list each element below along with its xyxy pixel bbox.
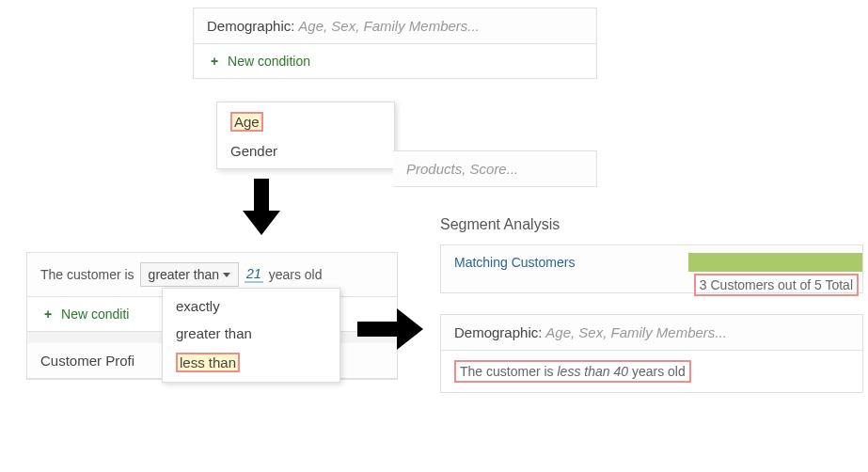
condition-prefix: The customer is — [40, 267, 134, 282]
result-bar — [688, 253, 862, 272]
second-hint: Products, Score... — [406, 161, 518, 177]
cond-op: less than — [557, 364, 609, 379]
result-total: out of 5 Total — [778, 277, 853, 292]
new-condition-row[interactable]: + New condition — [194, 44, 596, 78]
operator-select[interactable]: greater than — [140, 262, 240, 287]
cond-suffix: years old — [632, 364, 686, 379]
final-condition-highlight: The customer is less than 40 years old — [454, 360, 691, 383]
chevron-down-icon — [223, 273, 230, 277]
result-highlight: 3 Customers out of 5 Total — [694, 274, 859, 296]
demographic-header: Demographic: Age, Sex, Family Members... — [194, 8, 596, 44]
operator-selected: greater than — [149, 267, 220, 282]
age-highlight: Age — [230, 112, 263, 132]
svg-rect-0 — [254, 179, 269, 211]
final-condition-row: The customer is less than 40 years old — [441, 351, 862, 392]
arrow-down-icon — [243, 179, 280, 235]
svg-marker-3 — [397, 308, 423, 350]
result-count-box: 3 Customers out of 5 Total — [694, 274, 859, 296]
cond-prefix: The customer is — [460, 364, 554, 379]
age-suffix: years old — [269, 267, 323, 282]
field-dropdown[interactable]: Age Gender — [216, 102, 395, 169]
demographic-panel-top: Demographic: Age, Sex, Family Members...… — [193, 8, 597, 79]
demographic-panel-right: Demographic: Age, Sex, Family Members...… — [440, 314, 863, 393]
segment-analysis-panel: Segment Analysis Matching Customers 3 Cu… — [440, 209, 863, 393]
op-exactly[interactable]: exactly — [163, 292, 339, 320]
less-than-highlight: less than — [176, 353, 240, 372]
op-greater[interactable]: greater than — [163, 320, 339, 347]
demographic-header-right: Demographic: Age, Sex, Family Members... — [441, 315, 862, 351]
plus-icon: + — [211, 54, 218, 69]
matching-customers-row: Matching Customers 3 Customers out of 5 … — [440, 244, 863, 293]
demographic-label: Demographic: — [207, 18, 294, 34]
age-input[interactable]: 21 — [245, 266, 263, 283]
new-condition-label: New condition — [228, 54, 310, 69]
op-less[interactable]: less than — [163, 347, 339, 378]
dropdown-item-age[interactable]: Age — [217, 106, 394, 137]
matching-customers-link[interactable]: Matching Customers — [454, 255, 575, 270]
new-condition-label-2: New conditi — [61, 307, 129, 322]
plus-icon: + — [44, 307, 52, 322]
svg-marker-1 — [243, 211, 280, 235]
second-category-fragment: Products, Score... — [393, 150, 597, 187]
svg-rect-2 — [357, 322, 397, 337]
demo-hint-right: Age, Sex, Family Members... — [545, 324, 727, 340]
dropdown-item-gender[interactable]: Gender — [217, 137, 394, 165]
customer-profile-label: Customer Profi — [40, 353, 134, 369]
result-count: 3 Customers — [700, 277, 774, 292]
arrow-right-icon — [357, 308, 423, 350]
cond-val: 40 — [613, 364, 628, 379]
segment-analysis-title: Segment Analysis — [440, 209, 863, 244]
operator-dropdown[interactable]: exactly greater than less than — [162, 288, 340, 383]
demo-label-right: Demographic: — [454, 324, 542, 340]
demographic-hint: Age, Sex, Family Members... — [298, 18, 480, 34]
